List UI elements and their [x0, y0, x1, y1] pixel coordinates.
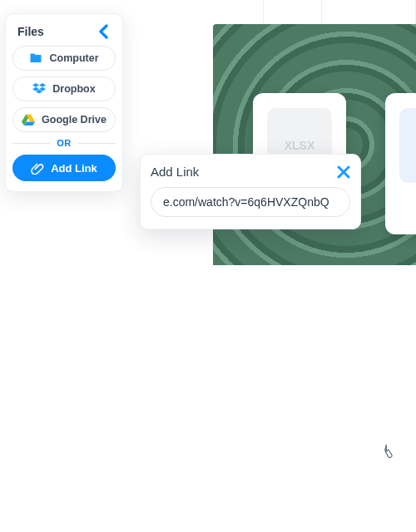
files-panel: Files Computer Dropbox Google Drive OR A… — [5, 13, 123, 192]
source-gdrive-label: Google Drive — [42, 114, 106, 126]
top-toolbar-strip — [263, 0, 416, 24]
google-drive-icon — [22, 113, 35, 126]
divider-line — [78, 143, 116, 144]
paperclip-icon — [31, 161, 44, 175]
dropbox-icon — [32, 82, 46, 96]
close-icon[interactable] — [337, 165, 350, 179]
source-gdrive-button[interactable]: Google Drive — [12, 107, 116, 132]
file-badge-xlsx: XLSX — [285, 139, 315, 152]
folder-icon — [29, 52, 42, 65]
link-url-input[interactable] — [151, 187, 350, 217]
divider-line — [12, 143, 50, 144]
back-chevron-icon[interactable] — [97, 24, 111, 39]
source-computer-label: Computer — [49, 52, 98, 64]
add-link-label: Add Link — [51, 162, 97, 175]
or-divider: OR — [12, 138, 116, 148]
popover-title: Add Link — [151, 165, 199, 179]
add-link-button[interactable]: Add Link — [12, 155, 116, 181]
source-dropbox-label: Dropbox — [52, 83, 95, 95]
files-header: Files — [12, 22, 116, 46]
add-link-popover: Add Link — [140, 154, 361, 229]
or-text: OR — [57, 138, 72, 148]
cursor-pointer-icon — [381, 443, 396, 460]
source-dropbox-button[interactable]: Dropbox — [12, 76, 116, 101]
files-title: Files — [17, 25, 44, 38]
file-card-docx[interactable]: plan DOCX D — [385, 93, 416, 234]
source-computer-button[interactable]: Computer — [12, 46, 116, 71]
top-toolbar-divider — [321, 0, 322, 24]
file-thumb-docx — [399, 108, 416, 183]
popover-header: Add Link — [151, 165, 350, 179]
